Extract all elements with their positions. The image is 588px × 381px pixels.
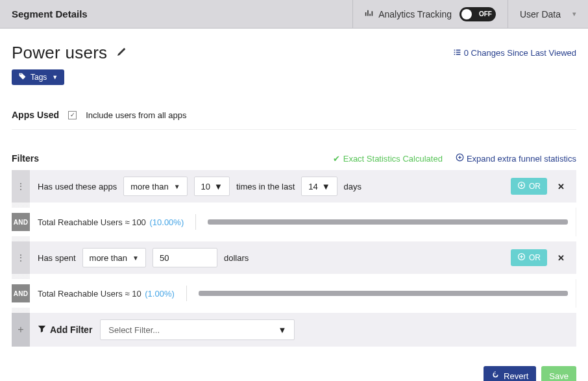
- operator-dropdown[interactable]: more than ▼: [82, 248, 146, 267]
- operator-label: more than: [130, 182, 169, 191]
- analytics-tracking-toggle[interactable]: OFF: [459, 7, 496, 21]
- value-input[interactable]: 50: [153, 248, 217, 267]
- exact-statistics-label: Exact Statistics Calculated: [343, 154, 443, 164]
- operator-label: more than: [90, 253, 128, 263]
- add-filter-text: Add Filter: [50, 325, 92, 335]
- plus-circle-icon: [517, 181, 526, 191]
- title-row: Power users 0 Changes Since Last Viewed: [12, 43, 576, 63]
- plus-circle-icon: [456, 153, 464, 164]
- caret-down-icon: ▼: [174, 183, 180, 190]
- rule-text-pre: Has used these apps: [38, 182, 117, 191]
- bar-chart-icon: [365, 9, 373, 19]
- reach-row: Total Reachable Users ≈ 10 (1.00%): [30, 279, 576, 308]
- funnel-icon: [38, 325, 46, 335]
- changes-since-viewed[interactable]: 0 Changes Since Last Viewed: [453, 48, 576, 58]
- add-filter-row: + Add Filter Select Filter... ▼: [12, 313, 576, 347]
- user-data-label: User Data: [520, 9, 561, 19]
- user-data-menu[interactable]: User Data ▾: [508, 0, 588, 29]
- reach-prefix: Total Reachable Users ≈: [38, 289, 132, 299]
- save-button[interactable]: Save: [541, 366, 576, 381]
- expand-funnel-label: Expand extra funnel statistics: [467, 154, 576, 164]
- or-label: OR: [529, 253, 541, 262]
- filter-rule-body: Has spent more than ▼ 50 dollars OR: [30, 241, 576, 274]
- value-text: 50: [160, 253, 169, 263]
- toggle-state-label: OFF: [479, 10, 492, 18]
- top-bar: Segment Details Analytics Tracking OFF U…: [0, 0, 588, 29]
- value-input[interactable]: 10 ▼: [194, 177, 230, 196]
- save-label: Save: [549, 371, 569, 381]
- drag-handle-icon[interactable]: ⋮: [12, 241, 30, 274]
- rule-reach-row: AND Total Reachable Users ≈ 10 (1.00%): [12, 279, 576, 308]
- undo-icon: [491, 371, 500, 381]
- reach-bar: [199, 291, 568, 296]
- filters-header: Filters ✔ Exact Statistics Calculated Ex…: [12, 153, 576, 164]
- tag-icon: [18, 72, 27, 82]
- filters-label: Filters: [12, 153, 39, 164]
- rule-text-pre: Has spent: [38, 253, 76, 263]
- add-filter-label: Add Filter: [38, 325, 92, 335]
- value2-input[interactable]: 14 ▼: [301, 177, 337, 196]
- or-button[interactable]: OR: [511, 249, 547, 266]
- operator-dropdown[interactable]: more than ▼: [123, 177, 187, 196]
- plus-circle-icon: [517, 252, 526, 263]
- filter-select-placeholder: Select Filter...: [108, 325, 160, 335]
- reach-prefix: Total Reachable Users ≈: [38, 217, 132, 227]
- pencil-icon[interactable]: [116, 47, 127, 60]
- tags-button[interactable]: Tags ▼: [12, 69, 64, 85]
- close-icon[interactable]: ✕: [554, 182, 569, 191]
- tags-button-label: Tags: [31, 73, 47, 82]
- and-badge: AND: [12, 213, 30, 231]
- reach-number: 10: [132, 289, 141, 299]
- reach-number: 100: [132, 217, 146, 227]
- include-all-apps-checkbox[interactable]: ✓: [68, 111, 77, 119]
- analytics-tracking-label: Analytics Tracking: [378, 9, 452, 19]
- reach-pct: (1.00%): [145, 289, 175, 299]
- list-icon: [453, 48, 461, 58]
- value-text: 10: [201, 182, 210, 191]
- checkmark-icon: ✔: [333, 154, 340, 164]
- revert-button[interactable]: Revert: [484, 366, 536, 381]
- caret-down-icon: ▼: [132, 254, 139, 262]
- chevron-down-icon: ▾: [572, 10, 576, 18]
- rule-reach-row: AND Total Reachable Users ≈ 100 (10.00%): [12, 208, 576, 236]
- exact-statistics-indicator: ✔ Exact Statistics Calculated: [333, 154, 443, 164]
- filter-rule-body: Has used these apps more than ▼ 10 ▼ tim…: [30, 170, 576, 203]
- filters-section: Filters ✔ Exact Statistics Calculated Ex…: [12, 153, 576, 347]
- reach-text: Total Reachable Users ≈ 10 (1.00%): [38, 289, 175, 299]
- drag-handle-icon[interactable]: ⋮: [12, 170, 30, 203]
- or-button[interactable]: OR: [511, 178, 547, 195]
- apps-used-label: Apps Used: [12, 110, 59, 120]
- add-filter-body: Add Filter Select Filter... ▼: [30, 313, 576, 347]
- filter-rule: ⋮ Has spent more than ▼ 50 dollars: [12, 241, 576, 274]
- filter-rule: ⋮ Has used these apps more than ▼ 10 ▼ t…: [12, 170, 576, 203]
- content: Power users 0 Changes Since Last Viewed …: [0, 29, 588, 381]
- reach-bar: [208, 219, 568, 225]
- reach-pct: (10.00%): [149, 217, 184, 227]
- page-title: Segment Details: [0, 8, 352, 19]
- include-all-apps-label: Include users from all apps: [86, 110, 186, 120]
- reach-text: Total Reachable Users ≈ 100 (10.00%): [38, 217, 184, 227]
- add-filter-button[interactable]: +: [12, 313, 30, 347]
- rule-text-post: days: [344, 182, 361, 191]
- caret-down-icon: ▼: [322, 182, 330, 191]
- apps-used-row: Apps Used ✓ Include users from all apps: [12, 110, 576, 130]
- caret-down-icon: ▼: [214, 182, 223, 191]
- rule-text-mid: times in the last: [236, 182, 295, 191]
- or-label: OR: [529, 182, 541, 191]
- rule-text-post: dollars: [224, 253, 249, 263]
- filter-select[interactable]: Select Filter... ▼: [100, 319, 295, 340]
- footer-actions: Revert Save: [12, 366, 576, 381]
- and-badge: AND: [12, 284, 30, 302]
- reach-row: Total Reachable Users ≈ 100 (10.00%): [30, 208, 576, 236]
- divider: [186, 286, 187, 301]
- close-icon[interactable]: ✕: [554, 253, 569, 263]
- expand-funnel-link[interactable]: Expand extra funnel statistics: [456, 153, 576, 164]
- rules-list: ⋮ Has used these apps more than ▼ 10 ▼ t…: [12, 170, 576, 347]
- analytics-tracking-section: Analytics Tracking OFF: [352, 0, 508, 29]
- divider: [195, 214, 196, 230]
- revert-label: Revert: [504, 371, 528, 381]
- changes-link-text: 0 Changes Since Last Viewed: [464, 48, 576, 58]
- segment-name: Power users: [12, 43, 107, 63]
- caret-down-icon: ▼: [52, 74, 58, 80]
- caret-down-icon: ▼: [278, 325, 286, 335]
